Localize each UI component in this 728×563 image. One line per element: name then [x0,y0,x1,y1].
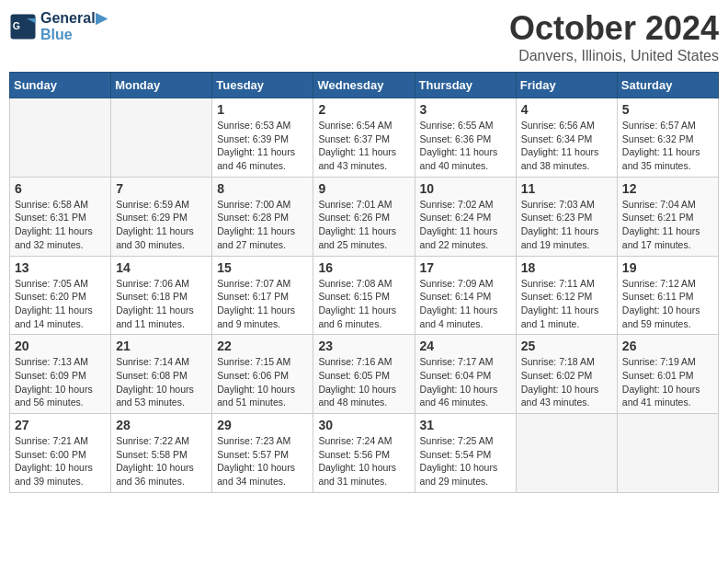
calendar-cell: 16Sunrise: 7:08 AM Sunset: 6:15 PM Dayli… [313,256,415,335]
day-number: 21 [116,339,207,353]
calendar-cell [516,414,617,493]
calendar-cell [111,98,212,178]
calendar-cell: 4Sunrise: 6:56 AM Sunset: 6:34 PM Daylig… [516,98,617,178]
cell-info: Sunrise: 6:56 AM Sunset: 6:34 PM Dayligh… [521,119,612,173]
location-title: Danvers, Illinois, United States [509,48,719,64]
cell-info: Sunrise: 6:57 AM Sunset: 6:32 PM Dayligh… [622,119,713,173]
logo-icon: G [9,13,37,40]
day-number: 10 [420,181,511,196]
day-number: 30 [318,418,409,432]
cell-info: Sunrise: 7:01 AM Sunset: 6:26 PM Dayligh… [318,198,409,252]
cell-info: Sunrise: 7:06 AM Sunset: 6:18 PM Dayligh… [116,277,207,331]
calendar-cell: 13Sunrise: 7:05 AM Sunset: 6:20 PM Dayli… [10,256,111,335]
cell-info: Sunrise: 7:19 AM Sunset: 6:01 PM Dayligh… [622,355,713,409]
calendar-cell: 19Sunrise: 7:12 AM Sunset: 6:11 PM Dayli… [617,256,718,335]
day-number: 12 [622,181,713,196]
calendar-cell: 30Sunrise: 7:24 AM Sunset: 5:56 PM Dayli… [313,414,415,493]
calendar-cell [10,98,111,178]
calendar-cell: 17Sunrise: 7:09 AM Sunset: 6:14 PM Dayli… [415,256,516,335]
day-number: 9 [318,181,409,196]
calendar-cell: 10Sunrise: 7:02 AM Sunset: 6:24 PM Dayli… [415,177,516,256]
calendar-cell: 12Sunrise: 7:04 AM Sunset: 6:21 PM Dayli… [617,177,718,256]
day-number: 15 [217,260,308,275]
calendar-cell: 25Sunrise: 7:18 AM Sunset: 6:02 PM Dayli… [516,335,617,414]
cell-info: Sunrise: 7:24 AM Sunset: 5:56 PM Dayligh… [318,434,409,488]
cell-info: Sunrise: 7:21 AM Sunset: 6:00 PM Dayligh… [15,434,106,488]
day-number: 13 [15,260,106,275]
day-number: 17 [420,260,511,275]
cell-info: Sunrise: 7:17 AM Sunset: 6:04 PM Dayligh… [420,355,511,409]
calendar-cell: 29Sunrise: 7:23 AM Sunset: 5:57 PM Dayli… [212,414,313,493]
day-number: 19 [622,260,713,275]
calendar-week-row: 13Sunrise: 7:05 AM Sunset: 6:20 PM Dayli… [10,256,719,335]
day-number: 25 [521,339,612,353]
day-number: 7 [116,181,207,196]
calendar-cell: 18Sunrise: 7:11 AM Sunset: 6:12 PM Dayli… [516,256,617,335]
day-number: 2 [318,102,409,117]
day-number: 18 [521,260,612,275]
weekday-header: Monday [111,73,212,98]
page-header: G General▶ Blue October 2024 Danvers, Il… [9,9,719,64]
calendar-week-row: 27Sunrise: 7:21 AM Sunset: 6:00 PM Dayli… [10,414,719,493]
day-number: 5 [622,102,713,117]
calendar-cell: 7Sunrise: 6:59 AM Sunset: 6:29 PM Daylig… [111,177,212,256]
calendar-week-row: 1Sunrise: 6:53 AM Sunset: 6:39 PM Daylig… [10,98,719,178]
cell-info: Sunrise: 7:25 AM Sunset: 5:54 PM Dayligh… [420,434,511,488]
calendar-table: SundayMondayTuesdayWednesdayThursdayFrid… [9,72,719,493]
cell-info: Sunrise: 7:16 AM Sunset: 6:05 PM Dayligh… [318,355,409,409]
cell-info: Sunrise: 7:05 AM Sunset: 6:20 PM Dayligh… [15,277,106,331]
day-number: 20 [15,339,106,353]
cell-info: Sunrise: 7:15 AM Sunset: 6:06 PM Dayligh… [217,355,308,409]
weekday-header: Wednesday [313,73,415,98]
cell-info: Sunrise: 7:02 AM Sunset: 6:24 PM Dayligh… [420,198,511,252]
cell-info: Sunrise: 6:54 AM Sunset: 6:37 PM Dayligh… [318,119,409,173]
weekday-header: Thursday [415,73,516,98]
cell-info: Sunrise: 7:11 AM Sunset: 6:12 PM Dayligh… [521,277,612,331]
cell-info: Sunrise: 6:58 AM Sunset: 6:31 PM Dayligh… [15,198,106,252]
day-number: 26 [622,339,713,353]
calendar-cell: 3Sunrise: 6:55 AM Sunset: 6:36 PM Daylig… [415,98,516,178]
day-number: 29 [217,418,308,432]
logo: G General▶ Blue [9,9,107,43]
calendar-cell: 6Sunrise: 6:58 AM Sunset: 6:31 PM Daylig… [10,177,111,256]
day-number: 8 [217,181,308,196]
cell-info: Sunrise: 6:53 AM Sunset: 6:39 PM Dayligh… [217,119,308,173]
weekday-header: Sunday [10,73,111,98]
cell-info: Sunrise: 6:59 AM Sunset: 6:29 PM Dayligh… [116,198,207,252]
day-number: 24 [420,339,511,353]
day-number: 23 [318,339,409,353]
day-number: 27 [15,418,106,432]
calendar-cell: 5Sunrise: 6:57 AM Sunset: 6:32 PM Daylig… [617,98,718,178]
logo-text: General▶ Blue [40,9,107,43]
day-number: 11 [521,181,612,196]
calendar-cell: 22Sunrise: 7:15 AM Sunset: 6:06 PM Dayli… [212,335,313,414]
cell-info: Sunrise: 7:14 AM Sunset: 6:08 PM Dayligh… [116,355,207,409]
calendar-cell: 11Sunrise: 7:03 AM Sunset: 6:23 PM Dayli… [516,177,617,256]
cell-info: Sunrise: 7:00 AM Sunset: 6:28 PM Dayligh… [217,198,308,252]
cell-info: Sunrise: 7:08 AM Sunset: 6:15 PM Dayligh… [318,277,409,331]
cell-info: Sunrise: 7:12 AM Sunset: 6:11 PM Dayligh… [622,277,713,331]
calendar-cell: 1Sunrise: 6:53 AM Sunset: 6:39 PM Daylig… [212,98,313,178]
cell-info: Sunrise: 7:03 AM Sunset: 6:23 PM Dayligh… [521,198,612,252]
day-number: 28 [116,418,207,432]
weekday-header: Saturday [617,73,718,98]
calendar-cell: 2Sunrise: 6:54 AM Sunset: 6:37 PM Daylig… [313,98,415,178]
day-number: 31 [420,418,511,432]
cell-info: Sunrise: 6:55 AM Sunset: 6:36 PM Dayligh… [420,119,511,173]
calendar-cell: 15Sunrise: 7:07 AM Sunset: 6:17 PM Dayli… [212,256,313,335]
calendar-week-row: 20Sunrise: 7:13 AM Sunset: 6:09 PM Dayli… [10,335,719,414]
svg-text:G: G [13,20,20,31]
calendar-cell: 27Sunrise: 7:21 AM Sunset: 6:00 PM Dayli… [10,414,111,493]
calendar-week-row: 6Sunrise: 6:58 AM Sunset: 6:31 PM Daylig… [10,177,719,256]
calendar-cell: 28Sunrise: 7:22 AM Sunset: 5:58 PM Dayli… [111,414,212,493]
title-area: October 2024 Danvers, Illinois, United S… [509,9,719,64]
cell-info: Sunrise: 7:13 AM Sunset: 6:09 PM Dayligh… [15,355,106,409]
cell-info: Sunrise: 7:22 AM Sunset: 5:58 PM Dayligh… [116,434,207,488]
day-number: 14 [116,260,207,275]
day-number: 1 [217,102,308,117]
calendar-cell: 24Sunrise: 7:17 AM Sunset: 6:04 PM Dayli… [415,335,516,414]
calendar-cell: 26Sunrise: 7:19 AM Sunset: 6:01 PM Dayli… [617,335,718,414]
day-number: 4 [521,102,612,117]
calendar-cell: 21Sunrise: 7:14 AM Sunset: 6:08 PM Dayli… [111,335,212,414]
weekday-header-row: SundayMondayTuesdayWednesdayThursdayFrid… [10,73,719,98]
